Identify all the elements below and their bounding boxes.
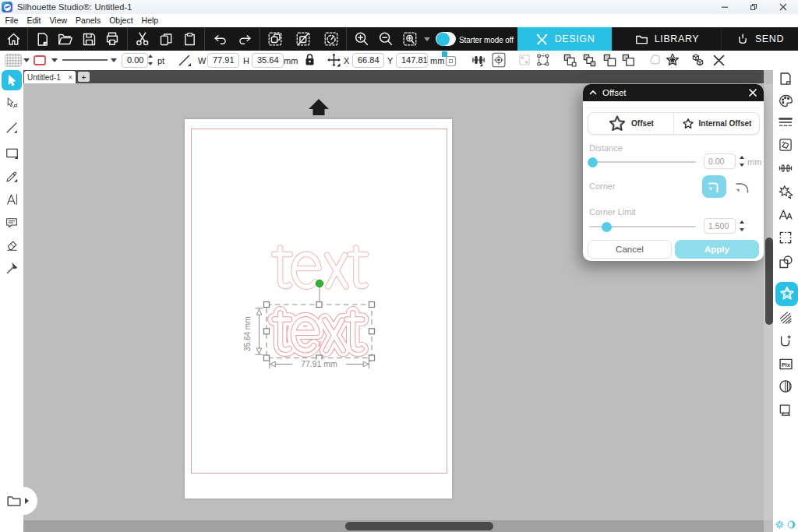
scale-handles-icon[interactable]	[535, 51, 552, 69]
tool-line[interactable]	[2, 118, 22, 138]
redo-icon[interactable]	[233, 27, 256, 51]
scale-frame-icon[interactable]	[516, 51, 533, 69]
distance-slider-track[interactable]	[589, 161, 696, 163]
tool-knife[interactable]	[2, 258, 22, 278]
offset-panel-header[interactable]: Offset	[583, 84, 764, 101]
offset-star-icon[interactable]	[664, 51, 681, 69]
panel-replicate[interactable]	[775, 181, 796, 202]
panel-line-style[interactable]	[775, 112, 796, 132]
panel-offset[interactable]	[775, 282, 798, 306]
corner-limit-slider-thumb[interactable]	[602, 222, 612, 232]
menu-edit[interactable]: Edit	[23, 14, 45, 27]
library-flyout[interactable]	[9, 487, 37, 515]
spacing-icon[interactable]	[470, 51, 487, 69]
offset-panel-close-icon[interactable]	[748, 88, 757, 97]
line-segment-icon[interactable]	[178, 53, 192, 67]
menu-object[interactable]: Object	[105, 14, 137, 27]
panel-text-style[interactable]	[775, 205, 796, 225]
panel-trace-area[interactable]	[775, 400, 796, 420]
panel-trace[interactable]	[775, 331, 796, 351]
select-all-icon[interactable]	[263, 27, 287, 51]
undo-icon[interactable]	[208, 27, 231, 51]
line-color-swatch[interactable]	[34, 55, 46, 65]
starter-mode-toggle[interactable]	[436, 32, 456, 46]
close-button[interactable]	[772, 0, 795, 14]
menu-view[interactable]: View	[45, 14, 72, 27]
distance-input[interactable]: 0.00	[704, 153, 736, 169]
panel-pixscan[interactable]: Pix	[775, 354, 796, 374]
offset-mode-internal[interactable]: Internal Offset	[674, 113, 759, 134]
bring-to-front-icon[interactable]	[561, 51, 578, 69]
line-color-dropdown[interactable]	[51, 58, 58, 62]
send-backward-icon[interactable]	[601, 51, 618, 69]
tool-eraser[interactable]	[2, 235, 22, 255]
tab-library[interactable]: LIBRARY	[612, 27, 721, 51]
panel-fill-pattern[interactable]	[775, 135, 796, 155]
cut-icon[interactable]	[131, 27, 154, 51]
tool-notes[interactable]	[2, 213, 22, 233]
line-thickness-stepper[interactable]	[147, 54, 154, 66]
center-to-page-icon[interactable]	[490, 51, 507, 69]
copy-icon[interactable]	[154, 27, 178, 51]
panel-modify[interactable]	[775, 252, 796, 272]
unit-selector[interactable]	[441, 51, 457, 68]
y-position-input[interactable]: 147.81	[396, 53, 428, 68]
zoom-in-icon[interactable]	[350, 27, 373, 51]
corner-round-button[interactable]	[732, 177, 753, 197]
offset-mode-external[interactable]: Offset	[588, 113, 673, 134]
tab-send[interactable]: SEND	[721, 27, 798, 51]
send-to-back-icon[interactable]	[620, 51, 637, 69]
horizontal-scrollbar[interactable]	[23, 520, 764, 532]
print-icon[interactable]	[101, 27, 124, 51]
vertical-scrollbar-thumb[interactable]	[765, 238, 773, 325]
new-page-icon[interactable]	[30, 27, 54, 51]
deselect-all-icon[interactable]	[291, 27, 315, 51]
group-cubes-icon[interactable]	[689, 51, 706, 69]
home-icon[interactable]	[2, 27, 25, 51]
panel-selection-box[interactable]	[775, 227, 796, 248]
fill-swatch-transparent[interactable]	[5, 54, 22, 67]
distance-slider-thumb[interactable]	[588, 157, 598, 167]
corner-limit-stepper[interactable]	[738, 220, 745, 232]
lock-aspect-icon[interactable]	[305, 53, 315, 66]
move-tool-icon[interactable]	[327, 53, 341, 67]
paste-icon[interactable]	[178, 27, 201, 51]
zoom-out-icon[interactable]	[374, 27, 397, 51]
display-mode-icon[interactable]	[786, 520, 796, 530]
rotate-selection-icon[interactable]	[320, 27, 343, 51]
corner-limit-input[interactable]: 1.500	[704, 218, 736, 234]
weld-icon[interactable]	[646, 51, 663, 69]
document-tab-close-icon[interactable]: ×	[68, 73, 72, 82]
open-icon[interactable]	[54, 27, 77, 51]
tool-select[interactable]	[2, 70, 22, 90]
apply-button[interactable]: Apply	[675, 240, 759, 259]
maximize-button[interactable]	[742, 0, 765, 14]
x-position-input[interactable]: 66.84	[352, 53, 384, 68]
width-input[interactable]: 77.91	[207, 53, 239, 68]
cancel-button[interactable]: Cancel	[588, 240, 672, 259]
collapse-chevron-icon[interactable]	[588, 87, 598, 98]
panel-sketch[interactable]	[775, 308, 796, 328]
delete-x-icon[interactable]	[710, 51, 727, 69]
zoom-selection-icon[interactable]	[398, 27, 422, 51]
panel-page-setup[interactable]	[775, 69, 796, 89]
line-style-preview[interactable]	[62, 59, 108, 61]
zoom-level-dropdown[interactable]	[422, 27, 433, 51]
corner-sharp-button[interactable]	[702, 175, 726, 198]
menu-panels[interactable]: Panels	[72, 14, 105, 27]
tab-design[interactable]: DESIGN	[517, 27, 612, 51]
menu-help[interactable]: Help	[137, 14, 163, 27]
tool-rectangle[interactable]	[2, 143, 22, 163]
tool-point-editing[interactable]	[2, 93, 22, 113]
menu-file[interactable]: File	[1, 14, 23, 27]
panel-shader[interactable]	[775, 376, 796, 396]
document-tab[interactable]: Untitled-1 ×	[24, 71, 76, 83]
panel-transform[interactable]	[775, 158, 796, 178]
panel-fill-color[interactable]	[775, 90, 796, 111]
horizontal-scrollbar-thumb[interactable]	[345, 522, 493, 531]
new-tab-button[interactable]: +	[78, 72, 90, 82]
bring-forward-icon[interactable]	[581, 51, 598, 69]
tool-text[interactable]	[2, 189, 22, 210]
settings-gear-icon[interactable]	[775, 520, 785, 530]
distance-stepper[interactable]	[738, 155, 745, 167]
